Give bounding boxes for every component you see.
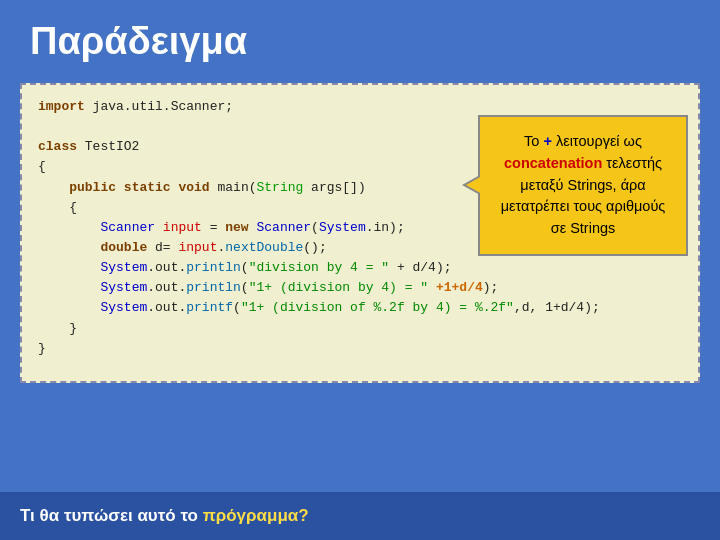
code-line-10: System.out.println("1+ (division by 4) =… — [38, 278, 682, 298]
tooltip-text: Το + λειτουργεί ως concatenation τελεστή… — [501, 133, 666, 236]
title-area: Παράδειγμα — [0, 0, 720, 73]
code-line-9: System.out.println("division by 4 = " + … — [38, 258, 682, 278]
slide: Παράδειγμα import java.util.Scanner; cla… — [0, 0, 720, 540]
code-line-11: System.out.printf("1+ (division of %.2f … — [38, 298, 682, 318]
tooltip-plus: + — [543, 133, 551, 149]
code-line-13: } — [38, 339, 682, 359]
slide-title: Παράδειγμα — [30, 20, 247, 62]
question-prefix: Τι θα τυπώσει αυτό το — [20, 506, 203, 525]
bottom-bar: Τι θα τυπώσει αυτό το πρόγραμμα? — [0, 492, 720, 540]
code-line-12: } — [38, 319, 682, 339]
bottom-question: Τι θα τυπώσει αυτό το πρόγραμμα? — [20, 506, 309, 526]
tooltip-box: Το + λειτουργεί ως concatenation τελεστή… — [478, 115, 688, 256]
code-block: import java.util.Scanner; class TestIO2 … — [20, 83, 700, 383]
tooltip-concat: concatenation — [504, 155, 602, 171]
question-highlight: πρόγραμμα? — [203, 506, 309, 525]
